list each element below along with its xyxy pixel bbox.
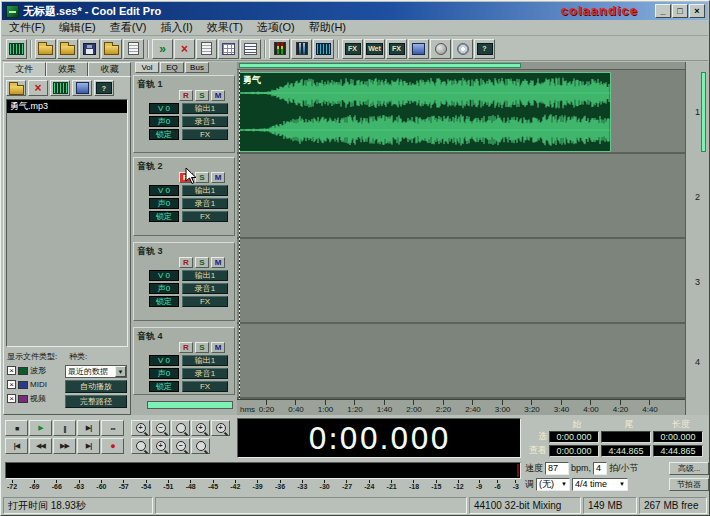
maximize-button[interactable]: □ (672, 4, 688, 18)
record-device-button[interactable]: 录音1 (182, 198, 228, 209)
solo-button[interactable]: S (195, 172, 209, 183)
track-name[interactable]: 音轨 3 (137, 245, 231, 255)
output-button[interactable]: 输出1 (182, 270, 228, 281)
chevron-down-icon[interactable]: ▼ (115, 366, 126, 377)
output-button[interactable]: 输出1 (182, 103, 228, 114)
console-tab-vol[interactable]: Vol (135, 62, 159, 73)
advanced-button[interactable]: 高级... (669, 462, 709, 475)
level-meter-bar[interactable] (5, 462, 521, 479)
level-meters-icon[interactable] (269, 39, 290, 59)
go-to-beginning-button[interactable]: |◀ (5, 438, 28, 454)
menu-edit[interactable]: 编辑(E) (52, 19, 103, 36)
record-device-button[interactable]: 录音1 (182, 116, 228, 127)
fast-forward-button[interactable]: ▶▶ (53, 438, 76, 454)
volume-value[interactable]: V 0 (149, 270, 179, 281)
mute-button[interactable]: M (211, 172, 225, 183)
scroll-thumb[interactable] (148, 402, 232, 408)
end-field[interactable] (601, 431, 651, 443)
checkbox[interactable]: × (7, 366, 16, 375)
pause-button[interactable]: || (53, 420, 76, 436)
menu-effects[interactable]: 效果(T) (200, 19, 250, 36)
rewind-button[interactable]: ◀◀ (29, 438, 52, 454)
zoom-out-vertical-button[interactable]: − (171, 438, 190, 454)
track-lane-1[interactable]: 勇气 (237, 70, 685, 154)
timeline-ruler[interactable]: hms 0:200:401:001:201:402:002:202:403:00… (237, 399, 685, 415)
metronome-button[interactable]: 节拍器 (669, 478, 709, 491)
new-session-icon[interactable] (123, 39, 144, 59)
menu-options[interactable]: 选项(O) (250, 19, 302, 36)
tempo-field[interactable]: 87 (545, 462, 569, 475)
sort-dropdown[interactable]: 最近的数据 ▼ (65, 365, 127, 378)
horizontal-scroll-indicator[interactable] (237, 62, 685, 70)
record-button[interactable]: ● (101, 438, 124, 454)
tab-favorites[interactable]: 收藏 (88, 62, 131, 76)
record-device-button[interactable]: 录音1 (182, 283, 228, 294)
checkbox[interactable]: × (7, 380, 16, 389)
volume-value[interactable]: V 0 (149, 185, 179, 196)
key-dropdown[interactable]: (无) ▼ (536, 478, 570, 491)
append-file-icon[interactable] (57, 39, 78, 59)
bus-mixer-icon[interactable] (408, 39, 429, 59)
zoom-in-vertical-button[interactable]: + (151, 438, 170, 454)
track-lane-3[interactable] (237, 239, 685, 324)
spectrum-view-icon[interactable] (291, 39, 312, 59)
length-field[interactable]: 4:44.865 (653, 445, 703, 457)
playback-cursor[interactable] (239, 70, 240, 399)
close-button[interactable]: × (689, 4, 705, 18)
close-file-icon[interactable]: × (28, 80, 48, 96)
sort-files-icon[interactable] (72, 80, 92, 96)
track-name[interactable]: 音轨 4 (137, 330, 231, 340)
pan-value[interactable]: 声0 (149, 198, 179, 209)
menu-help[interactable]: 帮助(H) (302, 19, 353, 36)
mix-paste-icon[interactable]: » (152, 39, 173, 59)
length-field[interactable]: 0:00.000 (653, 431, 703, 443)
output-button[interactable]: 输出1 (182, 355, 228, 366)
console-scrollbar[interactable] (147, 401, 233, 409)
file-type-filter[interactable]: × 视频 (7, 393, 65, 404)
go-to-end-button[interactable]: ▶| (77, 438, 100, 454)
record-arm-button[interactable]: R (179, 90, 193, 101)
play-to-end-button[interactable]: ▶| (77, 420, 100, 436)
file-type-filter[interactable]: × 波形 (7, 365, 65, 376)
mute-button[interactable]: M (211, 90, 225, 101)
start-field[interactable]: 0:00.000 (549, 431, 599, 443)
mute-button[interactable]: M (211, 257, 225, 268)
record-arm-button[interactable]: R (179, 342, 193, 353)
minimize-button[interactable]: _ (655, 4, 671, 18)
solo-button[interactable]: S (195, 342, 209, 353)
insert-into-multitrack-icon[interactable] (50, 80, 70, 96)
beats-field[interactable]: 4 (593, 462, 607, 475)
track-name[interactable]: 音轨 1 (137, 78, 231, 88)
zoom-to-selection-button[interactable] (131, 438, 150, 454)
record-arm-button[interactable]: R (179, 257, 193, 268)
console-tab-bus[interactable]: Bus (185, 62, 209, 73)
zoom-out-button[interactable]: − (151, 420, 170, 436)
fx-rack-icon[interactable]: FX (342, 39, 363, 59)
time-signature-dropdown[interactable]: 4/4 time ▼ (572, 478, 628, 491)
settings-icon[interactable] (430, 39, 451, 59)
tab-files[interactable]: 文件 (3, 62, 46, 76)
end-field[interactable]: 4:44.865 (601, 445, 651, 457)
file-item[interactable]: 勇气.mp3 (7, 100, 127, 113)
menu-file[interactable]: 文件(F) (2, 19, 52, 36)
zoom-left-edge-button[interactable]: + (191, 420, 210, 436)
mixer-window-icon[interactable] (218, 39, 239, 59)
tab-effects[interactable]: 效果 (46, 62, 89, 76)
fx-button[interactable]: FX (182, 211, 228, 222)
pan-value[interactable]: 声0 (149, 116, 179, 127)
record-device-button[interactable]: 录音1 (182, 368, 228, 379)
save-session-icon[interactable] (79, 39, 100, 59)
zoom-right-edge-button[interactable]: + (211, 420, 230, 436)
stop-button[interactable]: ■ (5, 420, 28, 436)
start-field[interactable]: 0:00.000 (549, 445, 599, 457)
menu-view[interactable]: 查看(V) (103, 19, 154, 36)
file-list[interactable]: 勇气.mp3 (6, 99, 128, 347)
pan-value[interactable]: 声0 (149, 283, 179, 294)
solo-button[interactable]: S (195, 90, 209, 101)
solo-button[interactable]: S (195, 257, 209, 268)
pan-value[interactable]: 声0 (149, 368, 179, 379)
play-list-icon[interactable] (240, 39, 261, 59)
fx-button[interactable]: FX (182, 296, 228, 307)
title-bar[interactable]: 无标题.ses* - Cool Edit Pro colaandice _ □ … (2, 2, 708, 20)
menu-insert[interactable]: 插入(I) (153, 19, 199, 36)
